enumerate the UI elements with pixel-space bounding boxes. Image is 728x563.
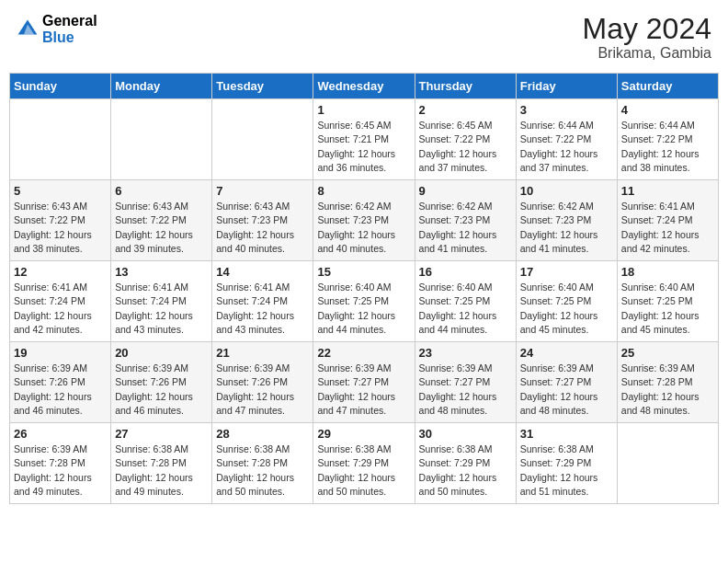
weekday-header: Sunday — [10, 74, 111, 99]
calendar-cell: 10Sunrise: 6:42 AM Sunset: 7:23 PM Dayli… — [516, 180, 617, 261]
day-number: 10 — [520, 184, 613, 198]
calendar-cell: 27Sunrise: 6:38 AM Sunset: 7:28 PM Dayli… — [111, 423, 212, 504]
month-title: May 2024 — [582, 13, 711, 45]
day-info: Sunrise: 6:39 AM Sunset: 7:27 PM Dayligh… — [520, 362, 613, 418]
day-info: Sunrise: 6:45 AM Sunset: 7:22 PM Dayligh… — [419, 119, 512, 175]
calendar-cell: 18Sunrise: 6:40 AM Sunset: 7:25 PM Dayli… — [617, 261, 718, 342]
day-info: Sunrise: 6:38 AM Sunset: 7:28 PM Dayligh… — [115, 442, 208, 499]
calendar-cell: 13Sunrise: 6:41 AM Sunset: 7:24 PM Dayli… — [111, 261, 212, 342]
day-number: 21 — [216, 346, 309, 360]
day-number: 24 — [520, 346, 613, 360]
calendar-cell: 25Sunrise: 6:39 AM Sunset: 7:28 PM Dayli… — [617, 342, 718, 423]
day-number: 15 — [317, 265, 410, 279]
day-number: 13 — [115, 265, 208, 279]
day-number: 6 — [115, 184, 208, 198]
day-number: 7 — [216, 184, 309, 198]
calendar-cell: 15Sunrise: 6:40 AM Sunset: 7:25 PM Dayli… — [313, 261, 415, 342]
calendar-cell: 24Sunrise: 6:39 AM Sunset: 7:27 PM Dayli… — [516, 342, 617, 423]
day-info: Sunrise: 6:39 AM Sunset: 7:28 PM Dayligh… — [621, 362, 714, 418]
day-info: Sunrise: 6:38 AM Sunset: 7:29 PM Dayligh… — [317, 442, 410, 499]
day-info: Sunrise: 6:38 AM Sunset: 7:28 PM Dayligh… — [216, 442, 309, 499]
day-number: 18 — [621, 265, 714, 279]
day-info: Sunrise: 6:39 AM Sunset: 7:26 PM Dayligh… — [115, 362, 208, 418]
day-number: 8 — [317, 184, 410, 198]
day-number: 16 — [419, 265, 512, 279]
day-info: Sunrise: 6:39 AM Sunset: 7:26 PM Dayligh… — [14, 362, 107, 418]
day-info: Sunrise: 6:41 AM Sunset: 7:24 PM Dayligh… — [621, 200, 714, 256]
calendar-cell: 19Sunrise: 6:39 AM Sunset: 7:26 PM Dayli… — [10, 342, 111, 423]
day-info: Sunrise: 6:43 AM Sunset: 7:22 PM Dayligh… — [14, 200, 107, 256]
title-block: May 2024 Brikama, Gambia — [582, 13, 711, 62]
calendar-cell — [617, 423, 718, 504]
calendar-week-row: 19Sunrise: 6:39 AM Sunset: 7:26 PM Dayli… — [10, 342, 719, 423]
day-number: 29 — [317, 427, 410, 441]
day-info: Sunrise: 6:41 AM Sunset: 7:24 PM Dayligh… — [14, 281, 107, 337]
day-number: 1 — [317, 103, 410, 117]
logo: General Blue — [17, 13, 97, 47]
weekday-header: Friday — [516, 74, 617, 99]
calendar-cell: 2Sunrise: 6:45 AM Sunset: 7:22 PM Daylig… — [415, 99, 516, 180]
calendar-table: SundayMondayTuesdayWednesdayThursdayFrid… — [9, 73, 719, 504]
day-info: Sunrise: 6:41 AM Sunset: 7:24 PM Dayligh… — [115, 281, 208, 337]
page-header: General Blue May 2024 Brikama, Gambia — [9, 9, 719, 65]
day-number: 11 — [621, 184, 714, 198]
calendar-cell: 4Sunrise: 6:44 AM Sunset: 7:22 PM Daylig… — [617, 99, 718, 180]
location-title: Brikama, Gambia — [582, 45, 711, 62]
day-number: 30 — [419, 427, 512, 441]
calendar-cell: 28Sunrise: 6:38 AM Sunset: 7:28 PM Dayli… — [212, 423, 313, 504]
day-number: 25 — [621, 346, 714, 360]
day-number: 23 — [419, 346, 512, 360]
calendar-cell: 22Sunrise: 6:39 AM Sunset: 7:27 PM Dayli… — [313, 342, 415, 423]
day-info: Sunrise: 6:42 AM Sunset: 7:23 PM Dayligh… — [419, 200, 512, 256]
calendar-cell: 5Sunrise: 6:43 AM Sunset: 7:22 PM Daylig… — [10, 180, 111, 261]
day-number: 4 — [621, 103, 714, 117]
weekday-header: Monday — [111, 74, 212, 99]
calendar-cell — [10, 99, 111, 180]
day-info: Sunrise: 6:39 AM Sunset: 7:27 PM Dayligh… — [419, 362, 512, 418]
day-number: 17 — [520, 265, 613, 279]
day-info: Sunrise: 6:39 AM Sunset: 7:26 PM Dayligh… — [216, 362, 309, 418]
day-number: 22 — [317, 346, 410, 360]
calendar-week-row: 26Sunrise: 6:39 AM Sunset: 7:28 PM Dayli… — [10, 423, 719, 504]
day-number: 28 — [216, 427, 309, 441]
day-info: Sunrise: 6:44 AM Sunset: 7:22 PM Dayligh… — [621, 119, 714, 175]
day-info: Sunrise: 6:43 AM Sunset: 7:23 PM Dayligh… — [216, 200, 309, 256]
day-info: Sunrise: 6:41 AM Sunset: 7:24 PM Dayligh… — [216, 281, 309, 337]
calendar-cell — [212, 99, 313, 180]
calendar-week-row: 12Sunrise: 6:41 AM Sunset: 7:24 PM Dayli… — [10, 261, 719, 342]
day-number: 12 — [14, 265, 107, 279]
day-number: 26 — [14, 427, 107, 441]
day-info: Sunrise: 6:39 AM Sunset: 7:28 PM Dayligh… — [14, 442, 107, 499]
day-number: 2 — [419, 103, 512, 117]
day-number: 14 — [216, 265, 309, 279]
day-info: Sunrise: 6:45 AM Sunset: 7:21 PM Dayligh… — [317, 119, 410, 175]
day-info: Sunrise: 6:40 AM Sunset: 7:25 PM Dayligh… — [317, 281, 410, 337]
day-info: Sunrise: 6:38 AM Sunset: 7:29 PM Dayligh… — [419, 442, 512, 499]
weekday-header: Saturday — [617, 74, 718, 99]
logo-icon — [17, 18, 39, 40]
weekday-header: Thursday — [415, 74, 516, 99]
day-number: 9 — [419, 184, 512, 198]
weekday-header: Wednesday — [313, 74, 415, 99]
calendar-cell: 7Sunrise: 6:43 AM Sunset: 7:23 PM Daylig… — [212, 180, 313, 261]
calendar-week-row: 5Sunrise: 6:43 AM Sunset: 7:22 PM Daylig… — [10, 180, 719, 261]
calendar-cell: 29Sunrise: 6:38 AM Sunset: 7:29 PM Dayli… — [313, 423, 415, 504]
calendar-cell: 14Sunrise: 6:41 AM Sunset: 7:24 PM Dayli… — [212, 261, 313, 342]
calendar-week-row: 1Sunrise: 6:45 AM Sunset: 7:21 PM Daylig… — [10, 99, 719, 180]
calendar-cell: 1Sunrise: 6:45 AM Sunset: 7:21 PM Daylig… — [313, 99, 415, 180]
calendar-cell: 12Sunrise: 6:41 AM Sunset: 7:24 PM Dayli… — [10, 261, 111, 342]
calendar-cell: 11Sunrise: 6:41 AM Sunset: 7:24 PM Dayli… — [617, 180, 718, 261]
calendar-cell: 26Sunrise: 6:39 AM Sunset: 7:28 PM Dayli… — [10, 423, 111, 504]
day-info: Sunrise: 6:40 AM Sunset: 7:25 PM Dayligh… — [520, 281, 613, 337]
calendar-cell: 21Sunrise: 6:39 AM Sunset: 7:26 PM Dayli… — [212, 342, 313, 423]
logo-general: General — [42, 13, 97, 29]
day-number: 5 — [14, 184, 107, 198]
day-info: Sunrise: 6:39 AM Sunset: 7:27 PM Dayligh… — [317, 362, 410, 418]
day-info: Sunrise: 6:40 AM Sunset: 7:25 PM Dayligh… — [621, 281, 714, 337]
day-number: 27 — [115, 427, 208, 441]
calendar-cell: 8Sunrise: 6:42 AM Sunset: 7:23 PM Daylig… — [313, 180, 415, 261]
day-number: 19 — [14, 346, 107, 360]
day-info: Sunrise: 6:38 AM Sunset: 7:29 PM Dayligh… — [520, 442, 613, 499]
day-number: 31 — [520, 427, 613, 441]
day-number: 3 — [520, 103, 613, 117]
